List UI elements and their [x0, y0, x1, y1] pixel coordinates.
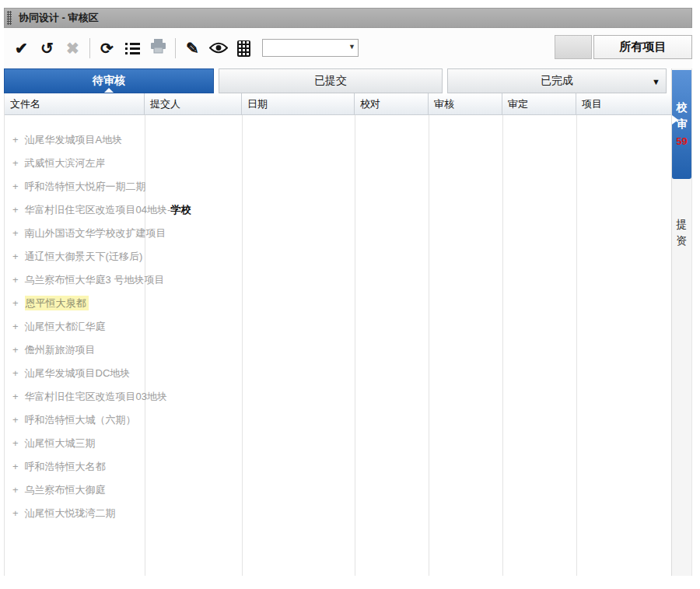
expand-plus-icon[interactable]: + [12, 432, 19, 455]
file-name: 汕尾恒大悦珑湾二期 [25, 507, 116, 519]
expand-plus-icon[interactable]: + [12, 385, 19, 408]
table-row[interactable]: +汕尾恒大悦珑湾二期 [5, 502, 479, 525]
expand-plus-icon[interactable]: + [12, 315, 19, 338]
cancel-button[interactable]: ✖ [61, 37, 85, 60]
file-name: 华富村旧住宅区改造项目03地块 [25, 391, 167, 402]
active-tab-pointer-icon [104, 88, 114, 93]
side-tab-review[interactable]: 校审 59 [672, 70, 691, 179]
file-name: 呼和浩特恒大城（六期） [25, 414, 136, 426]
toolbar: ✔↺✖⟳✎ ▼ 所有项目 [4, 28, 692, 68]
expand-plus-icon[interactable]: + [12, 362, 19, 385]
expand-plus-icon[interactable]: + [12, 408, 19, 432]
tab-label: 已提交 [314, 74, 347, 88]
file-name: 通辽恒大御景天下(迁移后) [25, 251, 143, 262]
file-name: 汕尾华发城项目DC地块 [25, 367, 131, 379]
table-row[interactable]: +儋州新旅游项目 [5, 338, 479, 362]
toolbar-separator [175, 38, 176, 58]
all-projects-button[interactable]: 所有项目 [593, 35, 692, 59]
file-name: 呼和浩特恒大悦府一期二期 [25, 181, 146, 192]
building-button[interactable] [232, 37, 256, 60]
confirm-button[interactable]: ✔ [9, 37, 33, 60]
table-row[interactable]: +武威恒大滨河左岸 [5, 152, 479, 175]
table-row[interactable]: +通辽恒大御景天下(迁移后) [5, 245, 479, 268]
edit-icon: ✎ [186, 39, 199, 58]
column-header-审核[interactable]: 审核 [429, 93, 502, 114]
table-row[interactable]: +呼和浩特恒大城（六期） [5, 408, 479, 432]
column-header-审定[interactable]: 审定 [502, 93, 576, 114]
chevron-down-icon[interactable]: ▼ [348, 43, 355, 51]
tab-label: 已完成 [541, 74, 573, 88]
column-gridline [502, 115, 503, 576]
table-row[interactable]: +汕尾恒大都汇华庭 [5, 315, 479, 338]
tab-label: 待审核 [93, 74, 125, 88]
table-row[interactable]: +南山外国语文华学校改扩建项目 [5, 222, 479, 245]
expand-plus-icon[interactable]: + [12, 268, 19, 292]
tab-待审核[interactable]: 待审核 [4, 68, 214, 93]
table-row[interactable]: +汕尾华发城项目DC地块 [5, 362, 479, 385]
preview-icon [209, 40, 228, 58]
app-window: 协同设计 - 审核区 ✔↺✖⟳✎ ▼ 所有项目 待审核已提交已完成▼ 文件名提交… [0, 0, 700, 589]
table-row[interactable]: +呼和浩特恒大悦府一期二期 [5, 175, 479, 198]
expand-plus-icon[interactable]: + [12, 292, 19, 315]
print-button[interactable] [146, 37, 170, 60]
expand-plus-icon[interactable]: + [12, 479, 19, 502]
edit-button[interactable]: ✎ [180, 37, 205, 60]
expand-plus-icon[interactable]: + [12, 222, 19, 245]
table-row[interactable]: +汕尾恒大城三期 [5, 432, 479, 455]
file-name: 汕尾恒大都汇华庭 [25, 321, 106, 332]
toolbar-icons: ✔↺✖⟳✎ [9, 37, 257, 60]
drag-grip-icon [7, 11, 12, 25]
tab-已完成[interactable]: 已完成 [447, 68, 667, 93]
undo-icon: ↺ [40, 39, 54, 58]
tab-已提交[interactable]: 已提交 [219, 68, 443, 93]
blank-button[interactable] [555, 35, 592, 59]
tab-bar: 待审核已提交已完成▼ [4, 68, 671, 93]
column-header-日期[interactable]: 日期 [242, 93, 355, 114]
table-header-row: 文件名提交人日期校对审核审定项目 [5, 93, 672, 115]
expand-plus-icon[interactable]: + [12, 455, 19, 479]
arrow-right-icon [672, 115, 678, 124]
file-table: 文件名提交人日期校对审核审定项目 +汕尾华发城项目A地块+武威恒大滨河左岸+呼和… [4, 93, 671, 576]
column-gridline [576, 115, 577, 576]
table-row[interactable]: +呼和浩特恒大名都 [5, 455, 479, 479]
table-row[interactable]: +汕尾华发城项目A地块 [5, 128, 479, 152]
column-header-校对[interactable]: 校对 [355, 93, 429, 114]
column-header-文件名[interactable]: 文件名 [5, 93, 145, 114]
expand-plus-icon[interactable]: + [12, 175, 19, 198]
window-titlebar[interactable]: 协同设计 - 审核区 [4, 8, 692, 28]
building-icon [237, 40, 250, 57]
column-header-提交人[interactable]: 提交人 [145, 93, 242, 114]
column-header-项目[interactable]: 项目 [576, 93, 672, 114]
table-row[interactable]: +恩平恒大泉都 [5, 292, 479, 315]
table-body: +汕尾华发城项目A地块+武威恒大滨河左岸+呼和浩特恒大悦府一期二期+华富村旧住宅… [5, 115, 672, 576]
tab-dropdown-arrow-icon[interactable]: ▼ [652, 77, 660, 86]
table-row[interactable]: +乌兰察布恒大御庭 [5, 479, 479, 502]
expand-plus-icon[interactable]: + [12, 152, 19, 175]
table-row[interactable]: +华富村旧住宅区改造项目03地块 [5, 385, 479, 408]
expand-plus-icon[interactable]: + [12, 338, 19, 362]
file-name: 恩平恒大泉都 [25, 296, 89, 310]
list-button[interactable] [121, 37, 145, 60]
file-name: 汕尾华发城项目A地块 [25, 134, 123, 145]
filter-combobox[interactable]: ▼ [262, 39, 359, 57]
table-row[interactable]: +乌兰察布恒大华庭3 号地块项目 [5, 268, 479, 292]
list-icon [125, 43, 140, 54]
file-name: 汕尾恒大城三期 [25, 437, 96, 449]
confirm-icon: ✔ [15, 39, 28, 58]
expand-plus-icon[interactable]: + [12, 245, 19, 268]
refresh-button[interactable]: ⟳ [95, 37, 119, 60]
side-tab-strip: 校审 59 提资 [671, 68, 692, 576]
expand-plus-icon[interactable]: + [12, 502, 19, 525]
preview-button[interactable] [206, 37, 230, 60]
file-name: 南山外国语文华学校改扩建项目 [25, 227, 166, 239]
expand-plus-icon[interactable]: + [12, 128, 19, 152]
review-count-badge: 59 [672, 135, 691, 147]
side-tab-supply[interactable]: 提资 [672, 216, 691, 249]
print-icon [150, 39, 166, 58]
expand-plus-icon[interactable]: + [12, 198, 19, 222]
table-row[interactable]: +华富村旧住宅区改造项目04地块-学校 [5, 198, 479, 222]
toolbar-separator [89, 38, 90, 58]
file-name: 武威恒大滨河左岸 [25, 157, 106, 169]
undo-button[interactable]: ↺ [35, 37, 59, 60]
file-name: 乌兰察布恒大御庭 [25, 484, 106, 496]
